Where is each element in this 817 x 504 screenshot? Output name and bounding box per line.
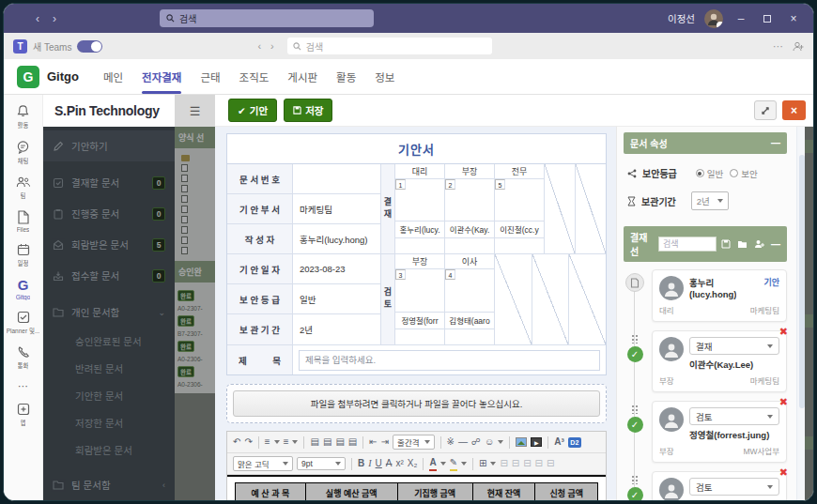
teams-search-bar[interactable]: 검색 <box>160 9 374 27</box>
rail-item-files[interactable]: Files <box>4 210 42 233</box>
align-justify-icon[interactable]: ▤ <box>348 435 357 449</box>
sidebar-sub-circulated[interactable]: 회람받은 문서 <box>43 436 175 464</box>
approval-line-search-input[interactable] <box>658 237 717 252</box>
forward-arrow-icon[interactable]: › <box>53 12 56 25</box>
collapse-icon[interactable]: — <box>771 138 780 148</box>
rail-item-activity[interactable]: 활동 <box>4 104 42 130</box>
tab-main[interactable]: 메인 <box>94 59 132 94</box>
remove-person-icon[interactable]: ✖ <box>779 326 788 338</box>
align-center-icon[interactable]: ▤ <box>323 435 331 449</box>
person-add-icon[interactable] <box>793 41 804 52</box>
collapse-icon[interactable]: — <box>771 239 780 250</box>
rail-item-planner[interactable]: Planner 및... <box>4 311 42 335</box>
rail-item-chat[interactable]: 채팅 <box>4 140 42 165</box>
attachment-dropzone[interactable]: 파일을 첨부하려면 클릭하거나 파일을 끌어다 놓으십시요. <box>226 384 607 423</box>
save-line-icon[interactable] <box>721 239 731 249</box>
editor-content[interactable]: 예 산 과 목 실행 예산 금액 기집행 금액 현재 잔액 신청 금액 <box>227 475 606 500</box>
new-teams-toggle[interactable] <box>77 40 102 53</box>
sidebar-item-personal-box[interactable]: 개인 문서함 ⌄ <box>43 297 175 328</box>
rail-item-apps[interactable]: 앱 <box>4 403 42 427</box>
hamburger-menu-button[interactable]: ☰ <box>175 95 215 127</box>
font-color-icon[interactable]: A <box>429 456 436 471</box>
sidebar-sub-rejected[interactable]: 반려된 문서 <box>43 355 175 382</box>
indent-icon[interactable]: ⇥ <box>381 435 389 449</box>
sidebar-sub-drafted[interactable]: 기안한 문서 <box>43 382 175 409</box>
role-dropdown[interactable]: 검토 <box>689 407 779 425</box>
redo-icon[interactable]: ↷ <box>244 435 252 449</box>
radio-general[interactable]: 일반 <box>696 167 723 180</box>
table-delete-icon[interactable]: ⊟ <box>547 457 554 470</box>
forward-arrow-icon[interactable]: › <box>270 40 274 52</box>
line-spacing-dropdown[interactable]: 줄간격 <box>393 435 434 450</box>
radio-secure[interactable]: 보안 <box>730 167 757 180</box>
link-icon[interactable]: ☍ <box>471 435 481 449</box>
underline-icon[interactable]: U <box>376 457 382 470</box>
spellcheck-icon[interactable]: A³ <box>554 435 564 449</box>
editor-brand-icon[interactable]: D2 <box>568 437 581 448</box>
subscript-icon[interactable]: X₂ <box>408 457 418 470</box>
special-char-icon[interactable]: ※ <box>447 435 455 449</box>
retention-select[interactable]: 2년 <box>691 191 729 210</box>
person-card[interactable]: ✖ 결재 이관수(Kay.Lee) <box>652 330 787 392</box>
more-options-icon[interactable]: ⋯ <box>773 40 783 53</box>
tab-approval[interactable]: 전자결재 <box>132 59 191 94</box>
emoticon-icon[interactable]: ☺ <box>485 435 494 449</box>
sidebar-item-in-progress[interactable]: 진행중 문서 0 <box>43 198 175 229</box>
sidebar-item-team-box[interactable]: 팀 문서함 ‹ <box>43 469 175 500</box>
rail-item-more[interactable]: ⋯ <box>4 380 42 392</box>
back-arrow-icon[interactable]: ‹ <box>36 12 39 25</box>
person-card[interactable]: 홍누리 (lucy.hong) 기안 대리 <box>652 269 787 322</box>
superscript-icon[interactable]: x² <box>395 457 403 470</box>
role-dropdown[interactable]: 결재 <box>689 337 779 355</box>
drag-handle-icon[interactable] <box>631 334 639 344</box>
table-icon[interactable]: ⊞ <box>479 457 486 470</box>
secondary-search-bar[interactable]: 검색 <box>287 38 492 54</box>
sidebar-item-to-receive[interactable]: 접수할 문서 0 <box>43 260 175 291</box>
bold-icon[interactable]: B <box>358 457 364 470</box>
drag-handle-icon[interactable] <box>631 475 639 484</box>
scrollbar-thumb[interactable] <box>799 155 805 408</box>
bullet-list-icon[interactable]: ≡ <box>284 435 289 449</box>
subject-input[interactable] <box>299 350 600 371</box>
save-button[interactable]: 저장 <box>284 99 332 122</box>
ordered-list-icon[interactable]: ≡ <box>265 435 270 449</box>
submit-button[interactable]: ✔ 기안 <box>228 99 277 122</box>
attachment-button[interactable]: 파일을 첨부하려면 클릭하거나 파일을 끌어다 놓으십시요. <box>233 390 600 417</box>
table-split-icon[interactable]: ⊟ <box>512 457 519 470</box>
sidebar-item-reference-box[interactable]: 참조함 <box>43 500 175 501</box>
align-left-icon[interactable]: ▤ <box>310 435 318 449</box>
remove-person-icon[interactable]: ✖ <box>779 396 788 408</box>
modal-scrollbar[interactable] <box>796 127 805 500</box>
rail-item-calendar[interactable]: 일정 <box>4 243 42 267</box>
sidebar-item-draft[interactable]: 기안하기 <box>43 130 175 161</box>
close-window-button[interactable]: × <box>785 12 802 25</box>
rail-item-teams[interactable]: 팀 <box>4 176 42 200</box>
tab-info[interactable]: 정보 <box>365 59 404 94</box>
sidebar-sub-approved[interactable]: 승인완료된 문서 <box>43 328 175 355</box>
maximize-button[interactable] <box>759 12 776 25</box>
minimize-button[interactable]: – <box>732 12 749 25</box>
load-folder-icon[interactable] <box>737 240 748 249</box>
remove-person-icon[interactable]: ✖ <box>779 466 788 479</box>
table-row-icon[interactable]: ⊟ <box>523 457 531 470</box>
sidebar-sub-saved[interactable]: 저장한 문서 <box>43 409 175 436</box>
rail-item-calls[interactable]: 통화 <box>4 345 42 370</box>
italic-icon[interactable]: I <box>368 457 371 470</box>
expand-modal-button[interactable] <box>754 100 777 120</box>
person-card[interactable]: ✖ 검토 김형태(aaron.kim) <box>652 471 787 500</box>
undo-icon[interactable]: ↶ <box>233 435 240 449</box>
person-add-icon[interactable] <box>754 239 764 249</box>
sidebar-item-circulated[interactable]: 회람받은 문서 5 <box>43 229 175 260</box>
table-col-icon[interactable]: ⊟ <box>535 457 543 470</box>
back-arrow-icon[interactable]: ‹ <box>257 40 261 52</box>
table-merge-icon[interactable]: ⊟ <box>500 457 507 470</box>
align-right-icon[interactable]: ▤ <box>335 435 344 449</box>
highlight-icon[interactable]: ✎ <box>450 456 457 471</box>
strikethrough-icon[interactable]: A <box>386 457 393 470</box>
drag-handle-icon[interactable] <box>631 405 639 414</box>
tab-orgchart[interactable]: 조직도 <box>230 59 279 94</box>
rail-item-gitgo[interactable]: G Gitgo <box>4 278 42 300</box>
image-icon[interactable] <box>516 437 527 447</box>
tab-activity[interactable]: 활동 <box>327 59 365 94</box>
user-avatar[interactable] <box>704 9 723 28</box>
